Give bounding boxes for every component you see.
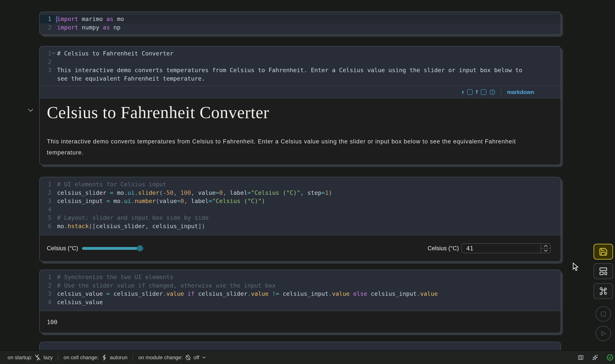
line-number: 1 (40, 273, 54, 281)
code-line[interactable]: This interactive demo converts temperatu… (57, 66, 560, 83)
status-check-icon[interactable] (607, 354, 613, 361)
ai-sparkle-icon[interactable] (592, 354, 599, 361)
number-input[interactable]: 41 (462, 243, 551, 253)
code-line[interactable]: celsius_input = mo.ui.number(value=0, la… (57, 197, 560, 205)
cell-change-mode[interactable]: on cell change: autorun (64, 354, 127, 361)
line-number: 2 (40, 281, 54, 290)
hstack-output: Celsius (°C) Celsius (°C) 41 (40, 235, 560, 261)
autoreload-off-icon (185, 354, 191, 361)
markdown-output: Celsius to Fahrenheit Converter This int… (40, 98, 560, 165)
zap-off-icon (34, 354, 41, 361)
save-button[interactable] (594, 244, 613, 260)
slider-thumb[interactable] (137, 245, 143, 252)
rendered-paragraph: This interactive demo converts temperatu… (47, 136, 539, 158)
code-line[interactable]: # Celsius to Fahrenheit Converter (57, 49, 560, 58)
line-number: 5 (40, 214, 54, 222)
line-number: 2 (40, 58, 54, 66)
startup-label: on startup: (8, 354, 32, 361)
module-change-mode[interactable]: on module change: off (138, 354, 207, 361)
sync-output: 100 (40, 311, 560, 333)
reactive-checkbox[interactable] (467, 89, 473, 95)
startup-value: lazy (43, 354, 53, 361)
slider-label: Celsius (°C) (47, 245, 78, 252)
line-number: 2 (40, 189, 54, 197)
code-line[interactable]: # Layout: slider and input box side by s… (57, 214, 560, 222)
code-line[interactable]: celsius_slider = mo.ui.slider(-50, 100, … (57, 189, 560, 197)
line-number: 2 (40, 23, 54, 32)
info-icon[interactable] (490, 89, 495, 95)
number-stepper (541, 244, 550, 253)
layout-button[interactable] (594, 263, 613, 279)
code-line[interactable]: # Use the slider value if changed, other… (57, 281, 560, 290)
footer-divider (133, 354, 133, 361)
line-number: 1 (40, 180, 54, 189)
chevron-down-icon (202, 355, 207, 360)
run-button[interactable] (596, 326, 611, 341)
status-bar: on startup: lazy on cell change: autorun… (0, 350, 615, 364)
line-number: 1 (40, 15, 54, 23)
line-number: 6 (40, 222, 54, 231)
rendered-heading: Celsius to Fahrenheit Converter (47, 104, 560, 121)
line-number: 4 (40, 205, 54, 214)
module-change-label: on module change: (138, 354, 183, 361)
zap-icon (101, 354, 108, 361)
code-editor-sync[interactable]: 1# Synchronize the two UI elements2# Use… (40, 270, 560, 311)
output-value: 100 (47, 319, 57, 325)
cell-ui-elements: 1# UI elements for Celsius input2celsius… (39, 177, 561, 262)
number-label: Celsius (°C) (428, 245, 459, 252)
startup-mode[interactable]: on startup: lazy (8, 354, 53, 361)
line-number: 3 (40, 66, 54, 83)
stop-button[interactable] (596, 306, 611, 322)
code-editor-imports[interactable]: 1import marimo as mo2import numpy as np (40, 12, 560, 32)
language-label[interactable]: markdown (507, 89, 534, 95)
fstring-toggle-label: f (476, 89, 478, 96)
code-line[interactable]: mo.hstack([celsius_slider, celsius_input… (57, 222, 560, 231)
reactive-toggle-label: r (462, 89, 464, 96)
toolbar-divider (501, 89, 501, 95)
number-widget: Celsius (°C) 41 (428, 243, 551, 253)
code-line[interactable]: celsius_value (57, 298, 560, 307)
markdown-toolbar: r f markdown (40, 86, 560, 98)
code-editor-markdown[interactable]: 1# Celsius to Fahrenheit Converter23This… (40, 46, 560, 86)
cell-imports: 1import marimo as mo2import numpy as np (39, 12, 561, 35)
mouse-cursor (573, 263, 580, 271)
code-line[interactable]: import numpy as np (57, 23, 560, 32)
line-number: 3 (40, 290, 54, 298)
cell-sync: 1# Synchronize the two UI elements2# Use… (39, 270, 561, 333)
code-editor-ui[interactable]: 1# UI elements for Celsius input2celsius… (40, 177, 560, 235)
code-line[interactable]: # UI elements for Celsius input (57, 180, 560, 189)
line-number: 4 (40, 298, 54, 307)
collapse-chevron-icon[interactable] (27, 108, 34, 112)
line-number: 3 (40, 197, 54, 205)
code-line[interactable]: import marimo as mo (57, 15, 560, 23)
slider-widget: Celsius (°C) (47, 245, 143, 252)
module-change-value: off (193, 354, 199, 361)
cell-change-label: on cell change: (64, 354, 98, 361)
stepper-down-button[interactable] (541, 248, 550, 253)
fstring-checkbox[interactable] (481, 89, 486, 95)
code-line[interactable]: # Synchronize the two UI elements (57, 273, 560, 281)
cell-markdown: 1# Celsius to Fahrenheit Converter23This… (39, 46, 561, 165)
cell-change-value: autorun (110, 354, 127, 361)
slider-track[interactable] (82, 247, 143, 250)
command-palette-button[interactable] (594, 283, 613, 299)
text-caret (56, 16, 57, 23)
code-line[interactable] (57, 205, 560, 214)
number-value[interactable]: 41 (462, 244, 541, 253)
stepper-up-button[interactable] (541, 244, 550, 248)
footer-divider (58, 354, 58, 361)
map-icon[interactable] (578, 354, 584, 361)
code-line[interactable] (57, 58, 560, 66)
code-line[interactable]: celsius_value = celsius_slider.value if … (57, 290, 560, 298)
